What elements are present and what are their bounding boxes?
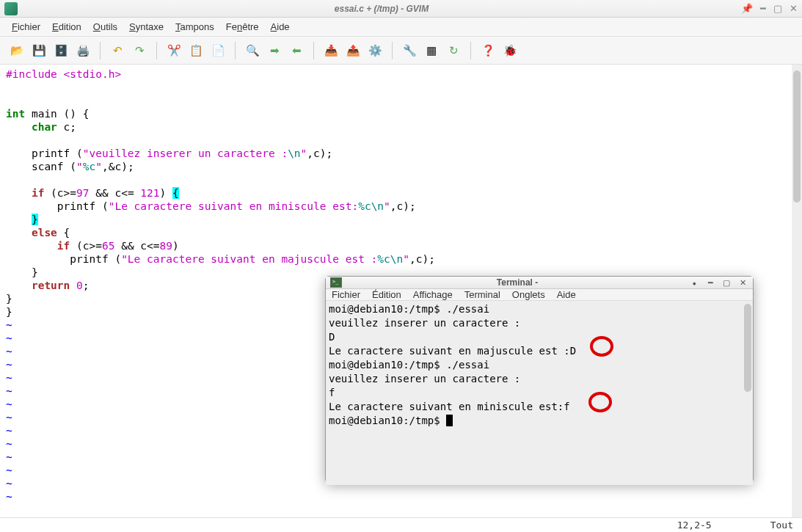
gvim-toolbar: 📂 💾 🗄️ 🖨️ ↶ ↷ ✂️ 📋 📄 🔍 ➡ ⬅ 📥 📤 ⚙️ 🔧 ▦ ↻ … bbox=[0, 37, 802, 65]
annotation-circle-2 bbox=[588, 392, 612, 412]
tilde-line: ~ bbox=[6, 438, 12, 450]
term-menu-aide[interactable]: Aide bbox=[557, 289, 576, 300]
window-stick-icon[interactable]: 📌 bbox=[741, 3, 753, 14]
terminal-app-icon bbox=[330, 277, 342, 288]
menu-fenetre[interactable]: Fenêtre bbox=[220, 19, 265, 34]
menu-aide[interactable]: Aide bbox=[265, 19, 296, 34]
gvim-title: essai.c + (/tmp) - GVIM bbox=[22, 4, 741, 14]
gvim-menubar: Fichier Edition Outils Syntaxe Tampons F… bbox=[0, 18, 802, 37]
term-line: veuillez inserer un caractere : bbox=[329, 373, 520, 385]
tb-save-icon[interactable]: 💾 bbox=[29, 41, 48, 60]
tb-copy-icon[interactable]: 📋 bbox=[186, 41, 205, 60]
tilde-line: ~ bbox=[6, 451, 12, 463]
annotation-circle-1 bbox=[590, 336, 613, 357]
tb-print-icon[interactable]: 🖨️ bbox=[73, 41, 92, 60]
tilde-line: ~ bbox=[6, 464, 12, 476]
term-menu-affichage[interactable]: Affichage bbox=[413, 289, 453, 300]
tilde-line: ~ bbox=[6, 398, 12, 410]
gvim-titlebar: essai.c + (/tmp) - GVIM 📌 ━ ▢ ✕ bbox=[0, 0, 802, 18]
tilde-line: ~ bbox=[6, 385, 12, 397]
term-menu-fichier[interactable]: Fichier bbox=[332, 289, 360, 300]
status-position: 12,2-5 bbox=[677, 520, 712, 531]
menu-edition[interactable]: Edition bbox=[46, 19, 87, 34]
term-minimize-icon[interactable]: ━ bbox=[704, 277, 716, 288]
term-line: D bbox=[329, 331, 335, 343]
term-menu-onglets[interactable]: Onglets bbox=[512, 289, 545, 300]
terminal-scrollbar[interactable] bbox=[744, 304, 751, 392]
tilde-line: ~ bbox=[6, 346, 12, 357]
tb-make-icon[interactable]: 🔧 bbox=[400, 41, 419, 60]
terminal-menubar: Fichier Édition Affichage Terminal Ongle… bbox=[326, 289, 753, 301]
editor-scrollbar[interactable] bbox=[792, 65, 802, 517]
tb-findprev-icon[interactable]: ⬅ bbox=[287, 41, 306, 60]
gvim-statusbar: 12,2-5 Tout bbox=[0, 517, 802, 532]
status-mode: Tout bbox=[770, 520, 793, 531]
tb-find-icon[interactable]: 🔍 bbox=[243, 41, 262, 60]
menu-syntaxe[interactable]: Syntaxe bbox=[123, 19, 169, 34]
window-close-icon[interactable]: ✕ bbox=[790, 3, 798, 14]
tb-session-save-icon[interactable]: 📤 bbox=[343, 41, 362, 60]
term-line: moi@debian10:/tmp$ ./essai bbox=[329, 359, 489, 371]
tb-cut-icon[interactable]: ✂️ bbox=[164, 41, 183, 60]
terminal-body[interactable]: moi@debian10:/tmp$ ./essai veuillez inse… bbox=[326, 301, 753, 485]
tb-run-icon[interactable]: ⚙️ bbox=[365, 41, 384, 60]
brace-match-open: { bbox=[172, 187, 179, 199]
term-menu-edition[interactable]: Édition bbox=[372, 289, 401, 300]
term-line: Le caractere suivant en miniscule est:f bbox=[329, 401, 570, 412]
terminal-titlebar: Terminal - ⬥ ━ ▢ ✕ bbox=[326, 277, 753, 289]
tilde-line: ~ bbox=[6, 491, 12, 503]
tb-undo-icon[interactable]: ↶ bbox=[108, 41, 127, 60]
tb-shell-icon[interactable]: ▦ bbox=[422, 41, 441, 60]
window-minimize-icon[interactable]: ━ bbox=[760, 3, 766, 14]
gvim-app-icon bbox=[4, 2, 18, 15]
tilde-line: ~ bbox=[6, 478, 12, 489]
tb-bug-icon[interactable]: 🐞 bbox=[500, 41, 520, 60]
tb-paste-icon[interactable]: 📄 bbox=[208, 41, 227, 60]
term-close-icon[interactable]: ✕ bbox=[737, 277, 748, 288]
terminal-title: Terminal - bbox=[346, 277, 688, 288]
term-line: moi@debian10:/tmp$ bbox=[329, 415, 446, 426]
tb-session-load-icon[interactable]: 📥 bbox=[321, 41, 340, 60]
terminal-window: Terminal - ⬥ ━ ▢ ✕ Fichier Édition Affic… bbox=[325, 276, 754, 483]
tilde-line: ~ bbox=[6, 359, 12, 371]
term-menu-terminal[interactable]: Terminal bbox=[464, 289, 500, 300]
menu-fichier[interactable]: Fichier bbox=[6, 19, 46, 34]
term-line: Le caractere suivant en majuscule est :D bbox=[329, 345, 576, 357]
tb-saveall-icon[interactable]: 🗄️ bbox=[51, 41, 70, 60]
tb-findnext-icon[interactable]: ➡ bbox=[265, 41, 284, 60]
term-maximize-icon[interactable]: ▢ bbox=[721, 277, 732, 288]
term-line: veuillez inserer un caractere : bbox=[329, 317, 520, 329]
tb-help-icon[interactable]: ❓ bbox=[478, 41, 497, 60]
tb-open-icon[interactable]: 📂 bbox=[7, 41, 26, 60]
tilde-line: ~ bbox=[6, 412, 12, 423]
term-stick-icon[interactable]: ⬥ bbox=[688, 277, 700, 288]
tilde-line: ~ bbox=[6, 425, 12, 437]
scrollbar-thumb[interactable] bbox=[793, 70, 801, 203]
brace-match-close: } bbox=[32, 214, 38, 225]
menu-tampons[interactable]: Tampons bbox=[169, 19, 220, 34]
tilde-line: ~ bbox=[6, 372, 12, 384]
menu-outils[interactable]: Outils bbox=[87, 19, 123, 34]
window-maximize-icon[interactable]: ▢ bbox=[773, 3, 782, 14]
term-line: moi@debian10:/tmp$ ./essai bbox=[329, 303, 489, 315]
tb-tags-icon[interactable]: ↻ bbox=[444, 41, 463, 60]
term-line: f bbox=[329, 387, 335, 398]
terminal-cursor bbox=[446, 415, 453, 426]
tb-redo-icon[interactable]: ↷ bbox=[130, 41, 149, 60]
tilde-line: ~ bbox=[6, 332, 12, 344]
tilde-line: ~ bbox=[6, 319, 12, 331]
